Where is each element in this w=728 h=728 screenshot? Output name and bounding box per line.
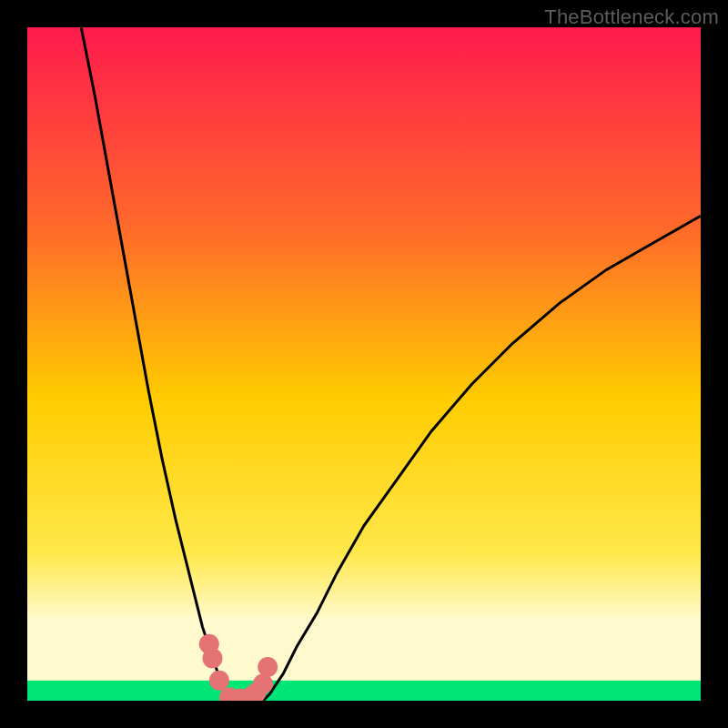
cream-band [27,620,701,681]
gradient-background [27,27,701,701]
marker-dot [203,648,223,668]
marker-dot [253,674,273,694]
bottleneck-chart [27,27,701,701]
marker-dot [258,657,278,677]
chart-frame: TheBottleneck.com [0,0,728,728]
marker-dot [209,671,229,691]
plot-area [27,27,701,701]
green-band [27,681,701,701]
watermark-text: TheBottleneck.com [544,5,719,29]
